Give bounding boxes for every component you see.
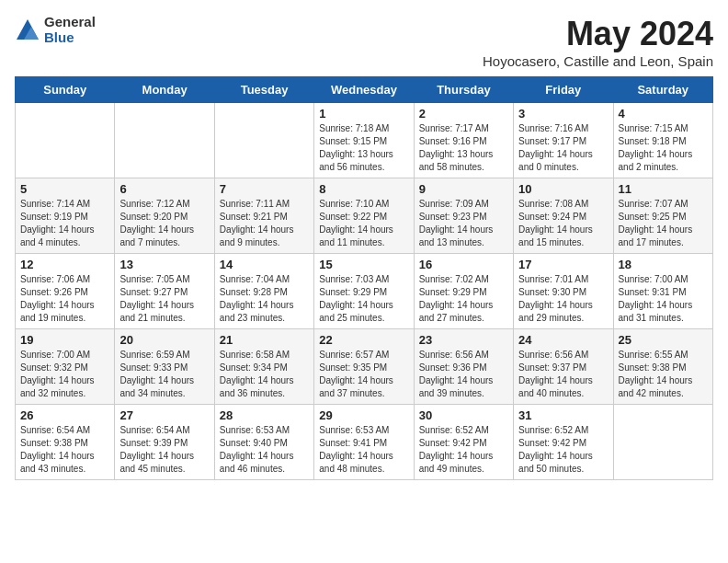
table-cell: 12Sunrise: 7:06 AMSunset: 9:26 PMDayligh… <box>16 254 115 329</box>
cell-info: Sunrise: 7:04 AMSunset: 9:28 PMDaylight:… <box>220 273 309 325</box>
cell-info: Sunrise: 7:11 AMSunset: 9:21 PMDaylight:… <box>220 198 309 249</box>
week-row-2: 5Sunrise: 7:14 AMSunset: 9:19 PMDaylight… <box>16 178 713 254</box>
day-number: 21 <box>220 333 309 347</box>
cell-info: Sunrise: 6:55 AMSunset: 9:38 PMDaylight:… <box>619 349 708 400</box>
cell-info: Sunrise: 6:53 AMSunset: 9:41 PMDaylight:… <box>319 424 408 476</box>
cell-info: Sunrise: 6:52 AMSunset: 9:42 PMDaylight:… <box>419 424 508 476</box>
cell-info: Sunrise: 7:08 AMSunset: 9:24 PMDaylight:… <box>518 198 608 249</box>
table-cell <box>115 103 214 178</box>
day-number: 29 <box>319 408 408 422</box>
weekday-header-saturday: Saturday <box>613 77 712 103</box>
cell-info: Sunrise: 7:03 AMSunset: 9:29 PMDaylight:… <box>319 273 408 325</box>
day-number: 12 <box>20 258 109 271</box>
table-cell: 20Sunrise: 6:59 AMSunset: 9:33 PMDayligh… <box>115 329 214 405</box>
day-number: 20 <box>119 333 209 347</box>
day-number: 25 <box>619 333 708 347</box>
weekday-header-row: SundayMondayTuesdayWednesdayThursdayFrid… <box>16 77 713 103</box>
day-number: 6 <box>119 182 209 196</box>
table-cell: 13Sunrise: 7:05 AMSunset: 9:27 PMDayligh… <box>115 254 214 329</box>
day-number: 8 <box>319 182 408 196</box>
table-cell: 16Sunrise: 7:02 AMSunset: 9:29 PMDayligh… <box>414 254 513 329</box>
table-cell <box>16 103 115 178</box>
table-cell: 17Sunrise: 7:01 AMSunset: 9:30 PMDayligh… <box>514 254 613 329</box>
logo: General Blue <box>15 15 96 45</box>
day-number: 13 <box>119 258 209 271</box>
cell-info: Sunrise: 7:12 AMSunset: 9:20 PMDaylight:… <box>119 198 209 249</box>
table-cell <box>613 405 712 480</box>
table-cell: 9Sunrise: 7:09 AMSunset: 9:23 PMDaylight… <box>414 178 513 254</box>
table-cell: 10Sunrise: 7:08 AMSunset: 9:24 PMDayligh… <box>514 178 613 254</box>
week-row-5: 26Sunrise: 6:54 AMSunset: 9:38 PMDayligh… <box>16 405 713 480</box>
table-cell: 31Sunrise: 6:52 AMSunset: 9:42 PMDayligh… <box>514 405 613 480</box>
cell-info: Sunrise: 6:52 AMSunset: 9:42 PMDaylight:… <box>518 424 608 476</box>
week-row-1: 1Sunrise: 7:18 AMSunset: 9:15 PMDaylight… <box>16 103 713 178</box>
weekday-header-tuesday: Tuesday <box>214 77 313 103</box>
day-number: 3 <box>518 107 608 121</box>
day-number: 4 <box>619 107 708 121</box>
cell-info: Sunrise: 6:56 AMSunset: 9:36 PMDaylight:… <box>419 349 508 400</box>
table-cell: 2Sunrise: 7:17 AMSunset: 9:16 PMDaylight… <box>414 103 513 178</box>
table-cell: 5Sunrise: 7:14 AMSunset: 9:19 PMDaylight… <box>16 178 115 254</box>
day-number: 5 <box>20 182 109 196</box>
day-number: 30 <box>419 408 508 422</box>
logo-icon <box>15 17 40 43</box>
day-number: 16 <box>419 258 508 271</box>
cell-info: Sunrise: 7:15 AMSunset: 9:18 PMDaylight:… <box>619 122 708 174</box>
cell-info: Sunrise: 6:54 AMSunset: 9:39 PMDaylight:… <box>119 424 209 476</box>
day-number: 9 <box>419 182 508 196</box>
table-cell: 1Sunrise: 7:18 AMSunset: 9:15 PMDaylight… <box>314 103 414 178</box>
weekday-header-friday: Friday <box>514 77 613 103</box>
week-row-4: 19Sunrise: 7:00 AMSunset: 9:32 PMDayligh… <box>16 329 713 405</box>
logo-text: General Blue <box>44 15 96 45</box>
cell-info: Sunrise: 6:59 AMSunset: 9:33 PMDaylight:… <box>119 349 209 400</box>
table-cell: 15Sunrise: 7:03 AMSunset: 9:29 PMDayligh… <box>314 254 414 329</box>
cell-info: Sunrise: 7:00 AMSunset: 9:32 PMDaylight:… <box>20 349 109 400</box>
table-cell: 29Sunrise: 6:53 AMSunset: 9:41 PMDayligh… <box>314 405 414 480</box>
table-cell: 30Sunrise: 6:52 AMSunset: 9:42 PMDayligh… <box>414 405 513 480</box>
logo-line2: Blue <box>44 30 96 46</box>
day-number: 26 <box>20 408 109 422</box>
table-cell: 14Sunrise: 7:04 AMSunset: 9:28 PMDayligh… <box>214 254 313 329</box>
day-number: 15 <box>319 258 408 271</box>
day-number: 1 <box>319 107 408 121</box>
cell-info: Sunrise: 6:58 AMSunset: 9:34 PMDaylight:… <box>220 349 309 400</box>
week-row-3: 12Sunrise: 7:06 AMSunset: 9:26 PMDayligh… <box>16 254 713 329</box>
cell-info: Sunrise: 7:14 AMSunset: 9:19 PMDaylight:… <box>20 198 109 249</box>
cell-info: Sunrise: 7:02 AMSunset: 9:29 PMDaylight:… <box>419 273 508 325</box>
cell-info: Sunrise: 6:54 AMSunset: 9:38 PMDaylight:… <box>20 424 109 476</box>
table-cell: 24Sunrise: 6:56 AMSunset: 9:37 PMDayligh… <box>514 329 613 405</box>
day-number: 11 <box>619 182 708 196</box>
table-cell: 19Sunrise: 7:00 AMSunset: 9:32 PMDayligh… <box>16 329 115 405</box>
cell-info: Sunrise: 7:01 AMSunset: 9:30 PMDaylight:… <box>518 273 608 325</box>
table-cell: 26Sunrise: 6:54 AMSunset: 9:38 PMDayligh… <box>16 405 115 480</box>
table-cell <box>214 103 313 178</box>
table-cell: 7Sunrise: 7:11 AMSunset: 9:21 PMDaylight… <box>214 178 313 254</box>
cell-info: Sunrise: 6:57 AMSunset: 9:35 PMDaylight:… <box>319 349 408 400</box>
weekday-header-sunday: Sunday <box>16 77 115 103</box>
day-number: 24 <box>518 333 608 347</box>
day-number: 27 <box>119 408 209 422</box>
cell-info: Sunrise: 7:10 AMSunset: 9:22 PMDaylight:… <box>319 198 408 249</box>
table-cell: 28Sunrise: 6:53 AMSunset: 9:40 PMDayligh… <box>214 405 313 480</box>
table-cell: 22Sunrise: 6:57 AMSunset: 9:35 PMDayligh… <box>314 329 414 405</box>
day-number: 10 <box>518 182 608 196</box>
cell-info: Sunrise: 7:09 AMSunset: 9:23 PMDaylight:… <box>419 198 508 249</box>
day-number: 2 <box>419 107 508 121</box>
weekday-header-thursday: Thursday <box>414 77 513 103</box>
weekday-header-wednesday: Wednesday <box>314 77 414 103</box>
day-number: 28 <box>220 408 309 422</box>
cell-info: Sunrise: 7:17 AMSunset: 9:16 PMDaylight:… <box>419 122 508 174</box>
day-number: 22 <box>319 333 408 347</box>
header: General Blue May 2024 Hoyocasero, Castil… <box>15 15 713 69</box>
table-cell: 8Sunrise: 7:10 AMSunset: 9:22 PMDaylight… <box>314 178 414 254</box>
title-block: May 2024 Hoyocasero, Castille and Leon, … <box>483 15 713 69</box>
cell-info: Sunrise: 7:06 AMSunset: 9:26 PMDaylight:… <box>20 273 109 325</box>
table-cell: 21Sunrise: 6:58 AMSunset: 9:34 PMDayligh… <box>214 329 313 405</box>
month-title: May 2024 <box>483 15 713 53</box>
weekday-header-monday: Monday <box>115 77 214 103</box>
table-cell: 18Sunrise: 7:00 AMSunset: 9:31 PMDayligh… <box>613 254 712 329</box>
cell-info: Sunrise: 7:00 AMSunset: 9:31 PMDaylight:… <box>619 273 708 325</box>
day-number: 19 <box>20 333 109 347</box>
table-cell: 4Sunrise: 7:15 AMSunset: 9:18 PMDaylight… <box>613 103 712 178</box>
cell-info: Sunrise: 7:07 AMSunset: 9:25 PMDaylight:… <box>619 198 708 249</box>
